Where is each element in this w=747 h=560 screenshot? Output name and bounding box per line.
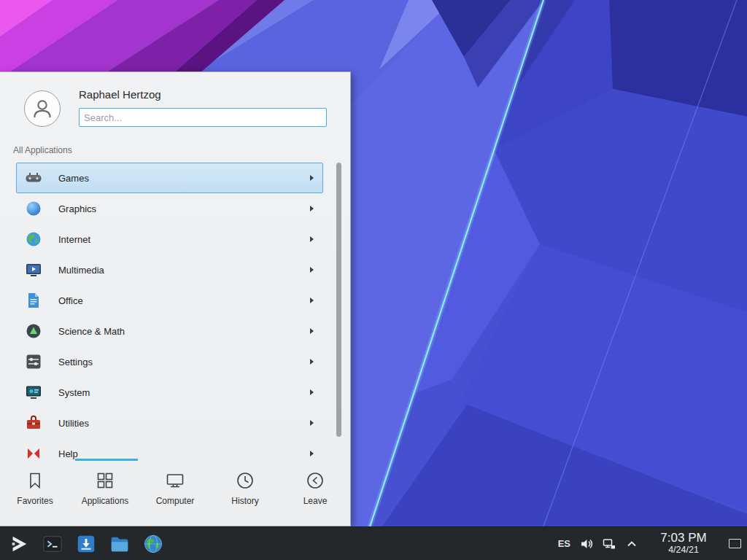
category-label: Help	[58, 448, 78, 459]
category-help[interactable]: Help	[16, 438, 323, 460]
history-icon	[235, 470, 255, 491]
submenu-arrow-icon	[310, 389, 314, 395]
terminal-launcher[interactable]	[39, 531, 66, 557]
submenu-arrow-icon	[310, 359, 314, 365]
tab-label: History	[231, 496, 258, 506]
web-browser-icon	[142, 533, 164, 555]
network-button[interactable]	[603, 537, 616, 551]
leave-icon	[305, 470, 325, 491]
category-system[interactable]: System	[16, 377, 323, 408]
tab-computer[interactable]: Computer	[140, 459, 210, 526]
multimedia-icon	[25, 261, 42, 279]
taskbar: ES 7:03	[0, 526, 747, 560]
submenu-arrow-icon	[310, 267, 314, 273]
digital-clock[interactable]: 7:03 PM 4/24/21	[652, 532, 715, 555]
category-label: Office	[58, 295, 83, 306]
app-launcher-icon	[8, 533, 30, 555]
user-name: Raphael Hertzog	[79, 88, 161, 101]
category-label: Graphics	[58, 203, 96, 214]
category-label: Science & Math	[58, 326, 125, 337]
submenu-arrow-icon	[310, 328, 314, 334]
network-icon	[603, 537, 616, 551]
tab-bar: Favorites Applications Computer History …	[0, 459, 350, 526]
search-input[interactable]	[79, 108, 327, 127]
category-science-math[interactable]: Science & Math	[16, 316, 323, 346]
tab-label: Computer	[156, 496, 195, 506]
graphics-icon	[25, 200, 42, 217]
file-manager-launcher[interactable]	[107, 531, 133, 557]
show-desktop-button[interactable]	[729, 539, 741, 548]
taskbar-launchers	[6, 531, 166, 557]
favorites-icon	[25, 470, 45, 491]
category-utilities[interactable]: Utilities	[16, 408, 323, 438]
tab-applications[interactable]: Applications	[70, 459, 140, 526]
user-icon	[30, 96, 55, 121]
submenu-arrow-icon	[310, 420, 314, 426]
category-label: Internet	[58, 234, 90, 245]
scrollbar[interactable]	[336, 163, 341, 437]
utilities-icon	[25, 414, 42, 432]
category-label: Multimedia	[58, 265, 104, 276]
keyboard-layout-indicator[interactable]: ES	[558, 538, 570, 549]
science-math-icon	[25, 322, 42, 340]
category-games[interactable]: Games	[16, 163, 323, 193]
internet-icon	[25, 230, 42, 248]
clock-date: 4/24/21	[652, 545, 715, 556]
applications-icon	[95, 470, 115, 491]
tab-leave[interactable]: Leave	[280, 459, 350, 526]
file-manager-icon	[109, 533, 131, 555]
category-office[interactable]: Office	[16, 285, 323, 316]
expand-tray-button[interactable]	[625, 537, 638, 551]
tab-history[interactable]: History	[210, 459, 280, 526]
office-icon	[25, 292, 42, 309]
category-settings[interactable]: Settings	[16, 346, 323, 377]
submenu-arrow-icon	[310, 298, 314, 303]
desktop: Raphael Hertzog All Applications Games G…	[0, 0, 747, 560]
tab-label: Leave	[303, 496, 328, 506]
category-label: Games	[58, 173, 89, 184]
tab-label: Favorites	[17, 496, 53, 506]
system-icon	[25, 384, 42, 401]
volume-icon	[580, 537, 593, 551]
web-browser-launcher[interactable]	[140, 531, 166, 557]
terminal-icon	[42, 533, 63, 555]
category-label: Utilities	[58, 418, 89, 429]
system-tray: ES 7:03	[558, 532, 741, 555]
tab-label: Applications	[82, 496, 129, 506]
application-list: Games Graphics Internet	[16, 163, 323, 460]
clock-time: 7:03 PM	[652, 532, 715, 545]
computer-icon	[165, 470, 185, 491]
category-label: Settings	[58, 357, 93, 368]
category-label: System	[58, 387, 90, 398]
category-multimedia[interactable]: Multimedia	[16, 254, 323, 285]
discover-launcher[interactable]	[73, 531, 99, 557]
category-internet[interactable]: Internet	[16, 224, 323, 254]
submenu-arrow-icon	[310, 236, 314, 242]
active-tab-indicator	[75, 459, 138, 461]
submenu-arrow-icon	[310, 451, 314, 456]
submenu-arrow-icon	[310, 175, 314, 181]
category-graphics[interactable]: Graphics	[16, 193, 323, 224]
discover-icon	[75, 533, 97, 555]
app-launcher-button[interactable]	[6, 531, 32, 557]
games-icon	[25, 169, 42, 187]
caret-up-icon	[625, 537, 638, 551]
section-label: All Applications	[13, 145, 72, 155]
settings-icon	[25, 353, 42, 370]
application-launcher-menu: Raphael Hertzog All Applications Games G…	[0, 71, 351, 526]
tab-favorites[interactable]: Favorites	[0, 459, 70, 526]
help-icon	[25, 445, 42, 460]
submenu-arrow-icon	[310, 206, 314, 211]
user-avatar[interactable]	[24, 90, 61, 127]
volume-button[interactable]	[580, 537, 593, 551]
